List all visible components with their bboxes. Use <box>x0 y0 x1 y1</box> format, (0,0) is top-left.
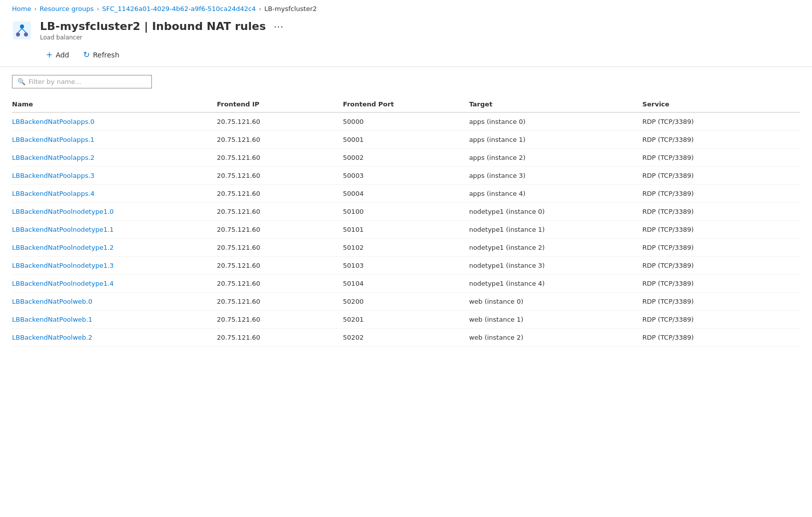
col-header-name: Name <box>12 96 217 112</box>
row-frontend-port: 50100 <box>343 203 469 221</box>
table-row: LBBackendNatPoolnodetype1.2 20.75.121.60… <box>12 239 800 257</box>
refresh-button[interactable]: ↻ Refresh <box>77 47 125 62</box>
row-name-link[interactable]: LBBackendNatPoolapps.2 <box>12 154 94 161</box>
row-frontend-ip: 20.75.121.60 <box>217 311 343 329</box>
table-row: LBBackendNatPoolnodetype1.4 20.75.121.60… <box>12 275 800 293</box>
row-name-link[interactable]: LBBackendNatPoolapps.4 <box>12 190 94 197</box>
row-service: RDP (TCP/3389) <box>643 131 800 149</box>
row-name-cell: LBBackendNatPoolweb.0 <box>12 293 217 311</box>
breadcrumb-current: LB-mysfcluster2 <box>264 5 317 12</box>
breadcrumb-home[interactable]: Home <box>12 5 31 12</box>
row-frontend-ip: 20.75.121.60 <box>217 112 343 131</box>
row-name-link[interactable]: LBBackendNatPoolweb.2 <box>12 334 92 341</box>
row-frontend-ip: 20.75.121.60 <box>217 149 343 167</box>
table-row: LBBackendNatPoolnodetype1.3 20.75.121.60… <box>12 257 800 275</box>
resource-icon <box>12 20 32 40</box>
row-frontend-port: 50003 <box>343 167 469 185</box>
row-name-cell: LBBackendNatPoolnodetype1.3 <box>12 257 217 275</box>
row-name-link[interactable]: LBBackendNatPoolweb.0 <box>12 298 92 305</box>
row-target: apps (instance 4) <box>469 185 643 203</box>
svg-rect-0 <box>13 21 31 39</box>
table-row: LBBackendNatPoolapps.4 20.75.121.60 5000… <box>12 185 800 203</box>
filter-box: 🔍 <box>12 75 152 88</box>
filter-input[interactable] <box>28 78 146 85</box>
row-name-cell: LBBackendNatPoolnodetype1.2 <box>12 239 217 257</box>
col-header-target: Target <box>469 96 643 112</box>
breadcrumb-subscription[interactable]: SFC_11426a01-4029-4b62-a9f6-510ca24d42c4 <box>102 5 256 12</box>
table-row: LBBackendNatPoolapps.2 20.75.121.60 5000… <box>12 149 800 167</box>
row-target: web (instance 1) <box>469 311 643 329</box>
row-frontend-port: 50002 <box>343 149 469 167</box>
row-service: RDP (TCP/3389) <box>643 329 800 347</box>
row-service: RDP (TCP/3389) <box>643 185 800 203</box>
svg-point-1 <box>20 24 24 28</box>
row-service: RDP (TCP/3389) <box>643 203 800 221</box>
row-name-cell: LBBackendNatPoolapps.0 <box>12 112 217 131</box>
row-name-cell: LBBackendNatPoolapps.1 <box>12 131 217 149</box>
breadcrumb-resource-groups[interactable]: Resource groups <box>39 5 93 12</box>
row-frontend-port: 50004 <box>343 185 469 203</box>
row-target: nodetype1 (instance 1) <box>469 221 643 239</box>
add-icon: + <box>46 50 52 59</box>
breadcrumb-sep-3: › <box>259 5 261 12</box>
row-frontend-ip: 20.75.121.60 <box>217 329 343 347</box>
page-subtitle: Load balancer <box>40 34 287 41</box>
add-button[interactable]: + Add <box>40 47 75 62</box>
row-target: apps (instance 0) <box>469 112 643 131</box>
row-service: RDP (TCP/3389) <box>643 257 800 275</box>
row-name-cell: LBBackendNatPoolnodetype1.1 <box>12 221 217 239</box>
row-target: apps (instance 2) <box>469 149 643 167</box>
row-name-link[interactable]: LBBackendNatPoolnodetype1.0 <box>12 208 114 215</box>
row-name-link[interactable]: LBBackendNatPoolapps.3 <box>12 172 94 179</box>
page-header: LB-mysfcluster2 | Inbound NAT rules ··· … <box>0 15 812 43</box>
svg-point-3 <box>24 32 28 36</box>
row-target: nodetype1 (instance 3) <box>469 257 643 275</box>
row-name-cell: LBBackendNatPoolapps.2 <box>12 149 217 167</box>
row-name-link[interactable]: LBBackendNatPoolnodetype1.2 <box>12 244 114 251</box>
filter-search-icon: 🔍 <box>17 78 25 85</box>
more-options-button[interactable]: ··· <box>271 19 287 33</box>
refresh-icon: ↻ <box>83 50 90 59</box>
row-name-link[interactable]: LBBackendNatPoolnodetype1.3 <box>12 262 114 269</box>
breadcrumb-sep-1: › <box>34 5 36 12</box>
row-name-cell: LBBackendNatPoolapps.3 <box>12 167 217 185</box>
table-header: Name Frontend IP Frontend Port Target Se… <box>12 96 800 112</box>
row-name-link[interactable]: LBBackendNatPoolnodetype1.4 <box>12 280 114 287</box>
row-target: nodetype1 (instance 2) <box>469 239 643 257</box>
table-row: LBBackendNatPoolweb.0 20.75.121.60 50200… <box>12 293 800 311</box>
row-frontend-port: 50101 <box>343 221 469 239</box>
toolbar: + Add ↻ Refresh <box>0 43 812 62</box>
col-header-frontend-ip: Frontend IP <box>217 96 343 112</box>
row-name-link[interactable]: LBBackendNatPoolapps.1 <box>12 136 94 143</box>
row-service: RDP (TCP/3389) <box>643 221 800 239</box>
row-name-cell: LBBackendNatPoolweb.1 <box>12 311 217 329</box>
refresh-label: Refresh <box>93 51 119 59</box>
page-title: LB-mysfcluster2 | Inbound NAT rules ··· <box>40 19 287 33</box>
row-name-cell: LBBackendNatPoolnodetype1.4 <box>12 275 217 293</box>
page-title-text: LB-mysfcluster2 | Inbound NAT rules <box>40 20 266 32</box>
row-frontend-ip: 20.75.121.60 <box>217 131 343 149</box>
row-name-link[interactable]: LBBackendNatPoolnodetype1.1 <box>12 226 114 233</box>
row-name-cell: LBBackendNatPoolnodetype1.0 <box>12 203 217 221</box>
row-frontend-ip: 20.75.121.60 <box>217 257 343 275</box>
row-target: web (instance 2) <box>469 329 643 347</box>
row-service: RDP (TCP/3389) <box>643 112 800 131</box>
row-name-link[interactable]: LBBackendNatPoolapps.0 <box>12 118 94 125</box>
row-target: nodetype1 (instance 0) <box>469 203 643 221</box>
col-header-service: Service <box>643 96 800 112</box>
row-target: web (instance 0) <box>469 293 643 311</box>
row-name-link[interactable]: LBBackendNatPoolweb.1 <box>12 316 92 323</box>
row-name-cell: LBBackendNatPoolapps.4 <box>12 185 217 203</box>
row-service: RDP (TCP/3389) <box>643 293 800 311</box>
table-row: LBBackendNatPoolweb.2 20.75.121.60 50202… <box>12 329 800 347</box>
row-target: apps (instance 1) <box>469 131 643 149</box>
table-row: LBBackendNatPoolnodetype1.0 20.75.121.60… <box>12 203 800 221</box>
content-area: 🔍 Name Frontend IP Frontend Port Target … <box>0 67 812 355</box>
svg-point-2 <box>16 32 20 36</box>
row-target: apps (instance 3) <box>469 167 643 185</box>
table-row: LBBackendNatPoolweb.1 20.75.121.60 50201… <box>12 311 800 329</box>
row-frontend-ip: 20.75.121.60 <box>217 293 343 311</box>
row-frontend-port: 50102 <box>343 239 469 257</box>
table-row: LBBackendNatPoolnodetype1.1 20.75.121.60… <box>12 221 800 239</box>
row-service: RDP (TCP/3389) <box>643 149 800 167</box>
